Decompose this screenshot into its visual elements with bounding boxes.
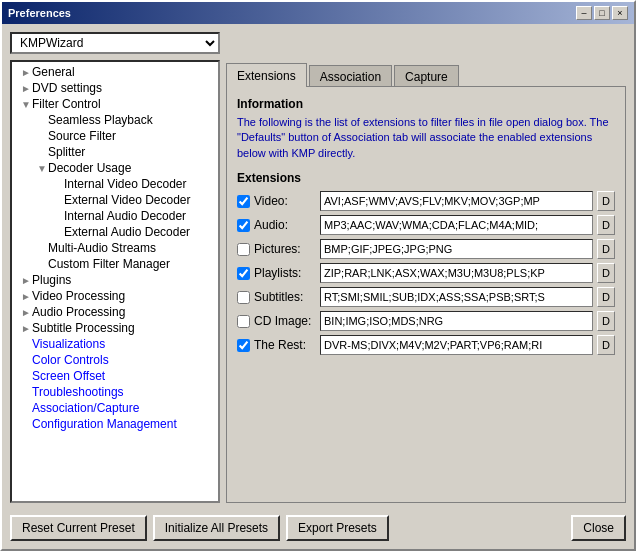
tree-item-label: Color Controls (32, 353, 109, 367)
sidebar-item-decoder-usage[interactable]: ▼Decoder Usage (12, 160, 218, 176)
main-area: ►General►DVD settings▼Filter ControlSeam… (10, 60, 626, 503)
ext-value-audio: MP3;AAC;WAV;WMA;CDA;FLAC;M4A;MID; (320, 215, 593, 235)
ext-checkbox-the-rest[interactable] (237, 339, 250, 352)
sidebar-item-troubleshootings[interactable]: Troubleshootings (12, 384, 218, 400)
tree-item-label: Subtitle Processing (32, 321, 135, 335)
sidebar-item-subtitle-processing[interactable]: ►Subtitle Processing (12, 320, 218, 336)
extensions-section: Extensions Video:AVI;ASF;WMV;AVS;FLV;MKV… (237, 171, 615, 355)
sidebar-item-internal-video-decoder[interactable]: Internal Video Decoder (12, 176, 218, 192)
right-panel: ExtensionsAssociationCapture Information… (226, 60, 626, 503)
ext-value-pictures: BMP;GIF;JPEG;JPG;PNG (320, 239, 593, 259)
ext-label-video: Video: (254, 194, 316, 208)
tree-expand-icon: ▼ (36, 163, 48, 174)
tree-item-label: Screen Offset (32, 369, 105, 383)
info-text: The following is the list of extensions … (237, 115, 615, 161)
extensions-title: Extensions (237, 171, 615, 185)
tree-expand-icon: ▼ (20, 99, 32, 110)
tree-item-label: DVD settings (32, 81, 102, 95)
tree-expand-icon: ► (20, 67, 32, 78)
tree-item-label: Association/Capture (32, 401, 139, 415)
sidebar-item-multi-audio-streams[interactable]: Multi-Audio Streams (12, 240, 218, 256)
title-bar-buttons: – □ × (576, 6, 628, 20)
tree-expand-icon: ► (20, 291, 32, 302)
sidebar-item-configuration-management[interactable]: Configuration Management (12, 416, 218, 432)
sidebar-item-internal-audio-decoder[interactable]: Internal Audio Decoder (12, 208, 218, 224)
sidebar-item-filter-control[interactable]: ▼Filter Control (12, 96, 218, 112)
tree-item-label: Custom Filter Manager (48, 257, 170, 271)
export-presets-button[interactable]: Export Presets (286, 515, 389, 541)
sidebar-item-visualizations[interactable]: Visualizations (12, 336, 218, 352)
maximize-button[interactable]: □ (594, 6, 610, 20)
ext-checkbox-cd-image[interactable] (237, 315, 250, 328)
sidebar-item-screen-offset[interactable]: Screen Offset (12, 368, 218, 384)
tab-extensions[interactable]: Extensions (226, 63, 307, 87)
tree-item-label: Seamless Playback (48, 113, 153, 127)
tree-expand-icon: ► (20, 323, 32, 334)
ext-d-button-cd-image[interactable]: D (597, 311, 615, 331)
close-button[interactable]: × (612, 6, 628, 20)
extension-rows: Video:AVI;ASF;WMV;AVS;FLV;MKV;MOV;3GP;MP… (237, 191, 615, 355)
ext-d-button-playlists[interactable]: D (597, 263, 615, 283)
ext-value-playlists: ZIP;RAR;LNK;ASX;WAX;M3U;M3U8;PLS;KP (320, 263, 593, 283)
ext-row-cd-image: CD Image:BIN;IMG;ISO;MDS;NRGD (237, 311, 615, 331)
tree-item-label: Decoder Usage (48, 161, 131, 175)
tree-item-label: Plugins (32, 273, 71, 287)
tab-capture[interactable]: Capture (394, 65, 459, 87)
ext-label-cd-image: CD Image: (254, 314, 316, 328)
ext-label-playlists: Playlists: (254, 266, 316, 280)
tree-item-label: Internal Audio Decoder (64, 209, 186, 223)
ext-checkbox-pictures[interactable] (237, 243, 250, 256)
ext-d-button-audio[interactable]: D (597, 215, 615, 235)
ext-value-the-rest: DVR-MS;DIVX;M4V;M2V;PART;VP6;RAM;RI (320, 335, 593, 355)
tree-item-label: External Video Decoder (64, 193, 191, 207)
tree-expand-icon: ► (20, 307, 32, 318)
tree-item-label: Video Processing (32, 289, 125, 303)
window-title: Preferences (8, 7, 71, 19)
tree-item-label: External Audio Decoder (64, 225, 190, 239)
tab-association[interactable]: Association (309, 65, 392, 87)
tree-item-label: Multi-Audio Streams (48, 241, 156, 255)
sidebar-item-general[interactable]: ►General (12, 64, 218, 80)
info-section: Information The following is the list of… (237, 97, 615, 161)
tree-expand-icon: ► (20, 83, 32, 94)
reset-preset-button[interactable]: Reset Current Preset (10, 515, 147, 541)
sidebar-item-seamless-playback[interactable]: Seamless Playback (12, 112, 218, 128)
bottom-buttons: Reset Current Preset Initialize All Pres… (10, 509, 626, 541)
sidebar-item-dvd-settings[interactable]: ►DVD settings (12, 80, 218, 96)
ext-label-pictures: Pictures: (254, 242, 316, 256)
sidebar-item-custom-filter-manager[interactable]: Custom Filter Manager (12, 256, 218, 272)
tree-item-label: Source Filter (48, 129, 116, 143)
ext-d-button-pictures[interactable]: D (597, 239, 615, 259)
sidebar-item-source-filter[interactable]: Source Filter (12, 128, 218, 144)
sidebar-item-audio-processing[interactable]: ►Audio Processing (12, 304, 218, 320)
preset-select[interactable]: KMPWizard (10, 32, 220, 54)
ext-row-the-rest: The Rest:DVR-MS;DIVX;M4V;M2V;PART;VP6;RA… (237, 335, 615, 355)
close-dialog-button[interactable]: Close (571, 515, 626, 541)
ext-d-button-the-rest[interactable]: D (597, 335, 615, 355)
sidebar-item-color-controls[interactable]: Color Controls (12, 352, 218, 368)
ext-label-audio: Audio: (254, 218, 316, 232)
info-title: Information (237, 97, 615, 111)
sidebar-item-video-processing[interactable]: ►Video Processing (12, 288, 218, 304)
tree-item-label: Configuration Management (32, 417, 177, 431)
tab-content: Information The following is the list of… (226, 86, 626, 503)
ext-d-button-video[interactable]: D (597, 191, 615, 211)
minimize-button[interactable]: – (576, 6, 592, 20)
sidebar-item-association-capture[interactable]: Association/Capture (12, 400, 218, 416)
ext-checkbox-video[interactable] (237, 195, 250, 208)
ext-row-audio: Audio:MP3;AAC;WAV;WMA;CDA;FLAC;M4A;MID;D (237, 215, 615, 235)
ext-label-the-rest: The Rest: (254, 338, 316, 352)
tree-item-label: Filter Control (32, 97, 101, 111)
sidebar-item-external-video-decoder[interactable]: External Video Decoder (12, 192, 218, 208)
sidebar-item-plugins[interactable]: ►Plugins (12, 272, 218, 288)
ext-value-video: AVI;ASF;WMV;AVS;FLV;MKV;MOV;3GP;MP (320, 191, 593, 211)
ext-d-button-subtitles[interactable]: D (597, 287, 615, 307)
initialize-presets-button[interactable]: Initialize All Presets (153, 515, 280, 541)
ext-checkbox-subtitles[interactable] (237, 291, 250, 304)
sidebar-item-splitter[interactable]: Splitter (12, 144, 218, 160)
preferences-window: Preferences – □ × KMPWizard ►General►DVD… (0, 0, 636, 551)
sidebar-item-external-audio-decoder[interactable]: External Audio Decoder (12, 224, 218, 240)
ext-checkbox-playlists[interactable] (237, 267, 250, 280)
window-content: KMPWizard ►General►DVD settings▼Filter C… (2, 24, 634, 549)
ext-checkbox-audio[interactable] (237, 219, 250, 232)
